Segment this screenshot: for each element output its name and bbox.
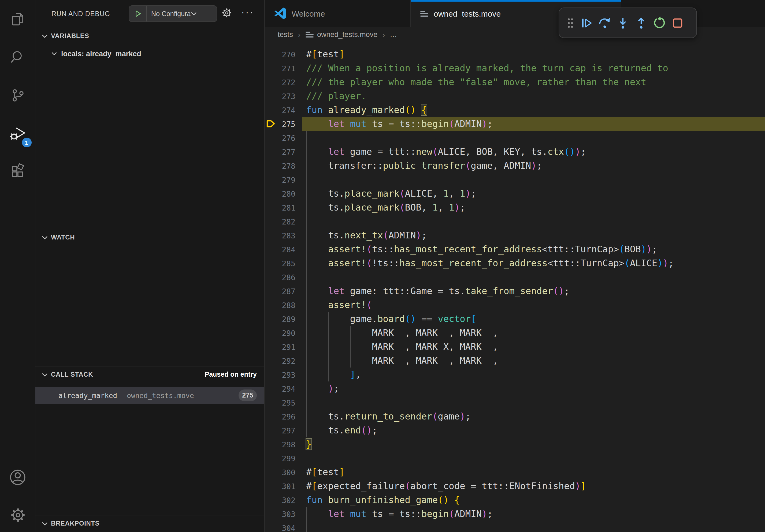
search-icon[interactable]: [5, 45, 30, 70]
gutter[interactable]: 303: [265, 507, 302, 521]
step-into-icon[interactable]: [614, 12, 632, 34]
account-icon[interactable]: [5, 464, 31, 490]
gutter[interactable]: 280: [265, 186, 302, 200]
source-control-icon[interactable]: [5, 83, 30, 108]
gutter[interactable]: 299: [265, 451, 302, 465]
gutter[interactable]: 301: [265, 479, 302, 493]
call-stack-section-header[interactable]: CALL STACK Paused on entry: [35, 367, 264, 383]
debug-current-line-icon[interactable]: [266, 120, 276, 128]
code-line-298[interactable]: 298}: [265, 437, 765, 451]
variables-section-header[interactable]: VARIABLES: [35, 28, 264, 44]
code-line-287[interactable]: 287 let game: ttt::Game = ts.take_from_s…: [265, 284, 765, 298]
stop-icon[interactable]: [668, 12, 687, 34]
gutter[interactable]: 292: [265, 354, 302, 368]
code-line-304[interactable]: 304: [265, 521, 765, 532]
gutter[interactable]: 298: [265, 437, 302, 451]
toolbar-drag-grip-icon[interactable]: [563, 16, 577, 29]
gutter[interactable]: 286: [265, 270, 302, 284]
gutter[interactable]: 282: [265, 214, 302, 228]
gutter[interactable]: 291: [265, 340, 302, 354]
gutter[interactable]: 304: [265, 521, 302, 532]
launch-configuration-button[interactable]: No Configura: [129, 5, 217, 22]
start-debugging-icon[interactable]: [129, 6, 147, 21]
breadcrumb-folder[interactable]: tests: [278, 30, 293, 38]
code-line-281[interactable]: 281 ts.place_mark(BOB, 1, 1);: [265, 200, 765, 214]
gutter[interactable]: 290: [265, 326, 302, 340]
code-line-293[interactable]: 293 ],: [265, 368, 765, 382]
code-line-296[interactable]: 296 ts.return_to_sender(game);: [265, 409, 765, 423]
code-line-290[interactable]: 290 MARK__, MARK__, MARK__,: [265, 326, 765, 340]
run-and-debug-icon[interactable]: 1: [5, 121, 30, 146]
stack-frame-row[interactable]: already_marked owned_tests.move 275: [35, 387, 264, 404]
settings-gear-icon[interactable]: [5, 502, 31, 528]
continue-icon[interactable]: [577, 12, 596, 34]
breadcrumb-file[interactable]: owned_tests.move: [317, 30, 378, 38]
views-more-actions-icon[interactable]: ···: [241, 10, 254, 15]
gutter[interactable]: 272: [265, 75, 302, 89]
extensions-icon[interactable]: [5, 158, 30, 184]
code-line-288[interactable]: 288 assert!(: [265, 298, 765, 312]
code-line-279[interactable]: 279: [265, 172, 765, 186]
code-editor[interactable]: 270#[test]271/// When a position is alre…: [265, 42, 765, 532]
gutter[interactable]: 273: [265, 89, 302, 103]
gutter[interactable]: 276: [265, 131, 302, 145]
breakpoints-section-header[interactable]: BREAKPOINTS: [35, 515, 264, 531]
code-line-295[interactable]: 295: [265, 396, 765, 409]
code-line-286[interactable]: 286: [265, 270, 765, 284]
gutter[interactable]: 300: [265, 465, 302, 479]
gutter[interactable]: 277: [265, 145, 302, 158]
gutter[interactable]: 274: [265, 103, 302, 117]
code-line-301[interactable]: 301#[expected_failure(abort_code = ttt::…: [265, 479, 765, 493]
gutter[interactable]: 296: [265, 409, 302, 423]
code-line-278[interactable]: 278 transfer::public_transfer(game, ADMI…: [265, 158, 765, 172]
tab-welcome[interactable]: Welcome: [265, 0, 410, 27]
gutter[interactable]: 281: [265, 200, 302, 214]
code-line-276[interactable]: 276: [265, 131, 765, 145]
code-line-292[interactable]: 292 MARK__, MARK__, MARK__,: [265, 354, 765, 368]
breadcrumb-symbol[interactable]: …: [390, 30, 397, 38]
gutter[interactable]: 289: [265, 312, 302, 326]
code-line-285[interactable]: 285 assert!(!ts::has_most_recent_for_add…: [265, 256, 765, 270]
gutter[interactable]: 288: [265, 298, 302, 312]
code-line-289[interactable]: 289 game.board() == vector[: [265, 312, 765, 326]
debug-settings-gear-icon[interactable]: [221, 7, 233, 19]
code-line-291[interactable]: 291 MARK__, MARK_X, MARK__,: [265, 340, 765, 354]
code-line-273[interactable]: 273/// player.: [265, 89, 765, 103]
code-line-271[interactable]: 271/// When a position is already marked…: [265, 61, 765, 75]
code-line-284[interactable]: 284 assert!(ts::has_most_recent_for_addr…: [265, 242, 765, 256]
code-line-299[interactable]: 299: [265, 451, 765, 465]
code-line-274[interactable]: 274fun already_marked() {: [265, 103, 765, 117]
code-line-270[interactable]: 270#[test]: [265, 47, 765, 61]
code-line-300[interactable]: 300#[test]: [265, 465, 765, 479]
code-line-272[interactable]: 272/// the player who made the "false" m…: [265, 75, 765, 89]
gutter[interactable]: 293: [265, 368, 302, 382]
gutter[interactable]: 285: [265, 256, 302, 270]
step-out-icon[interactable]: [632, 12, 650, 34]
gutter[interactable]: 270: [265, 47, 302, 61]
gutter[interactable]: 279: [265, 172, 302, 186]
gutter[interactable]: 295: [265, 396, 302, 409]
gutter[interactable]: 283: [265, 228, 302, 242]
explorer-icon[interactable]: [5, 6, 30, 32]
code-line-302[interactable]: 302fun burn_unfinished_game() {: [265, 493, 765, 507]
code-line-294[interactable]: 294 );: [265, 382, 765, 396]
code-line-275[interactable]: 275 let mut ts = ts::begin(ADMIN);: [265, 117, 765, 131]
gutter[interactable]: 294: [265, 382, 302, 396]
watch-section-header[interactable]: WATCH: [35, 229, 264, 245]
locals-scope-row[interactable]: locals: already_marked: [35, 46, 264, 61]
code-line-282[interactable]: 282: [265, 214, 765, 228]
gutter[interactable]: 302: [265, 493, 302, 507]
code-line-303[interactable]: 303 let mut ts = ts::begin(ADMIN);: [265, 507, 765, 521]
code-line-280[interactable]: 280 ts.place_mark(ALICE, 1, 1);: [265, 186, 765, 200]
step-over-icon[interactable]: [596, 12, 614, 34]
gutter[interactable]: 275: [265, 117, 302, 131]
gutter[interactable]: 287: [265, 284, 302, 298]
code-line-283[interactable]: 283 ts.next_tx(ADMIN);: [265, 228, 765, 242]
gutter[interactable]: 271: [265, 61, 302, 75]
code-line-277[interactable]: 277 let game = ttt::new(ALICE, BOB, KEY,…: [265, 145, 765, 158]
restart-icon[interactable]: [650, 12, 668, 34]
code-line-297[interactable]: 297 ts.end();: [265, 423, 765, 437]
gutter[interactable]: 297: [265, 423, 302, 437]
gutter[interactable]: 278: [265, 158, 302, 172]
gutter[interactable]: 284: [265, 242, 302, 256]
